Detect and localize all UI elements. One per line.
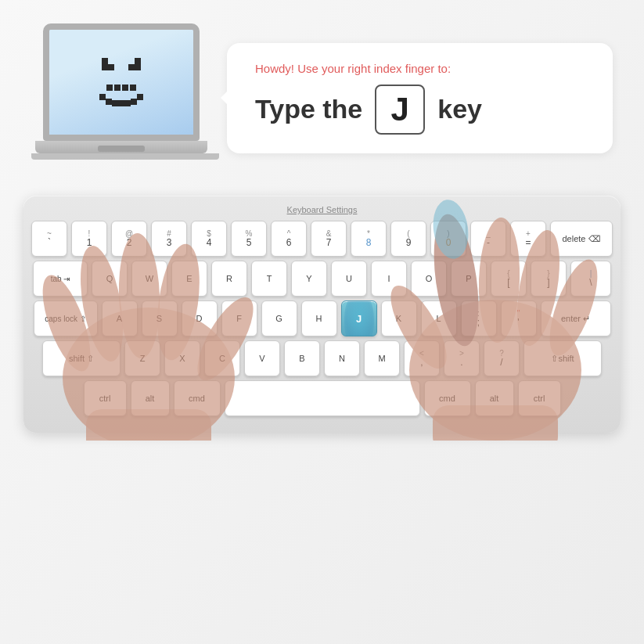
key-r[interactable]: R [211,261,247,297]
key-quote[interactable]: "' [501,300,537,336]
key-minus[interactable]: _- [470,221,506,257]
key-tilde[interactable]: ~` [31,221,67,257]
key-j[interactable]: J [341,300,377,336]
key-2[interactable]: @2 [111,221,147,257]
key-t[interactable]: T [251,261,287,297]
key-shift-right[interactable]: ⇧shift [523,340,602,376]
key-d[interactable]: D [182,300,218,336]
key-equals[interactable]: += [510,221,546,257]
laptop-screen [43,23,200,141]
key-tab[interactable]: tab ⇥ [33,261,88,297]
zxcv-row: shift ⇧ Z X C V B N M <, >. ?/ ⇧shift [36,340,608,376]
svg-rect-0 [99,94,106,100]
svg-rect-6 [137,94,143,100]
key-0[interactable]: )0 [430,221,466,257]
key-alt-left[interactable]: alt [131,380,170,416]
key-3[interactable]: #3 [151,221,187,257]
key-9[interactable]: (9 [390,221,426,257]
key-b[interactable]: B [284,340,320,376]
asdf-row: caps lock ⇪ A S D F G H J K L :; "' ente… [36,300,608,336]
key-n[interactable]: N [324,340,360,376]
key-comma[interactable]: <, [404,340,440,376]
svg-rect-1 [106,99,112,105]
key-q[interactable]: Q [92,261,128,297]
key-l[interactable]: L [421,300,457,336]
key-a[interactable]: A [102,300,138,336]
key-u[interactable]: U [331,261,367,297]
instruction-suffix: key [437,94,482,124]
key-5[interactable]: %5 [231,221,267,257]
key-i[interactable]: I [371,261,407,297]
key-lbracket[interactable]: {[ [491,261,527,297]
key-h[interactable]: H [301,300,337,336]
key-slash[interactable]: ?/ [484,340,520,376]
key-enter[interactable]: enter ↵ [541,300,611,336]
svg-rect-4 [124,100,131,106]
key-ctrl-right[interactable]: ctrl [518,380,561,416]
key-k[interactable]: K [381,300,417,336]
key-y[interactable]: Y [291,261,327,297]
target-key-box: J [375,85,425,135]
key-period[interactable]: >. [444,340,480,376]
keyboard-settings-label[interactable]: Keyboard Settings [36,205,608,214]
key-ctrl-left[interactable]: ctrl [84,380,127,416]
bottom-row: ctrl alt cmd cmd alt ctrl [36,380,608,416]
key-delete[interactable]: delete ⌫ [550,221,613,257]
key-m[interactable]: M [364,340,400,376]
instruction-prefix: Type the [255,94,362,124]
speech-bubble: Howdy! Use your right index finger to: T… [227,43,613,153]
key-o[interactable]: O [411,261,447,297]
key-6[interactable]: ^6 [271,221,307,257]
svg-rect-3 [118,100,124,106]
key-f[interactable]: F [221,300,257,336]
robot-face [98,58,145,106]
key-rbracket[interactable]: }] [531,261,567,297]
key-alt-right[interactable]: alt [475,380,514,416]
key-w[interactable]: W [131,261,167,297]
key-cmd-right[interactable]: cmd [424,380,471,416]
key-space[interactable] [225,380,420,416]
key-1[interactable]: !1 [71,221,107,257]
key-e[interactable]: E [171,261,207,297]
key-s[interactable]: S [142,300,178,336]
key-shift-left[interactable]: shift ⇧ [42,340,121,376]
key-4[interactable]: $4 [191,221,227,257]
laptop-foot [31,153,219,160]
key-v[interactable]: V [244,340,280,376]
key-7[interactable]: &7 [311,221,347,257]
key-cmd-left[interactable]: cmd [174,380,221,416]
bubble-subtitle: Howdy! Use your right index finger to: [255,62,585,75]
laptop-base [35,141,207,153]
top-section: Howdy! Use your right index finger to: T… [0,0,644,188]
key-z[interactable]: Z [124,340,160,376]
number-row: ~` !1 @2 #3 $4 %5 ^6 &7 *8 (9 )0 _- += d… [36,221,608,257]
svg-rect-5 [131,99,137,105]
bubble-main: Type the J key [255,85,585,135]
key-g[interactable]: G [261,300,297,336]
key-8[interactable]: *8 [351,221,387,257]
laptop-illustration [31,23,211,172]
key-c[interactable]: C [204,340,240,376]
keyboard-wrapper: Keyboard Settings ~` !1 @2 #3 $4 %5 ^6 &… [23,196,621,433]
qwerty-row: tab ⇥ Q W E R T Y U I O P {[ }] |\ [36,261,608,297]
svg-rect-2 [112,100,118,106]
key-x[interactable]: X [164,340,200,376]
key-p[interactable]: P [451,261,487,297]
key-caps[interactable]: caps lock ⇪ [34,300,98,336]
key-backslash[interactable]: |\ [570,261,611,297]
key-semi[interactable]: :; [461,300,497,336]
